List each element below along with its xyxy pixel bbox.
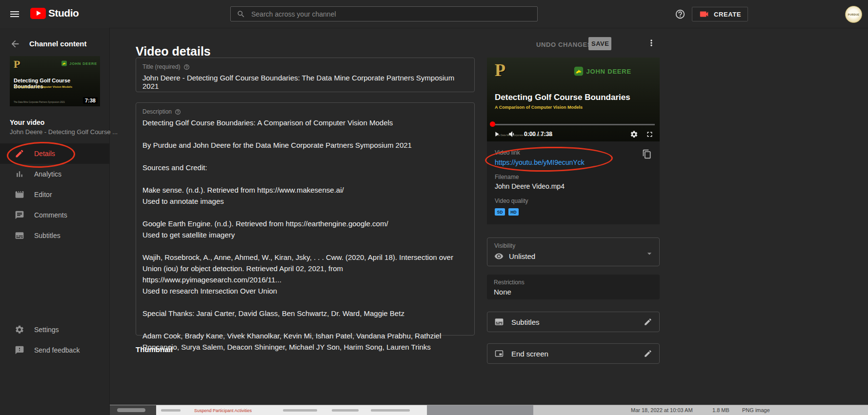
help-circle-icon[interactable] <box>183 64 190 70</box>
scrollbar-thumb <box>117 408 145 412</box>
gray-segment <box>427 405 533 415</box>
gear-icon <box>15 325 24 335</box>
sidebar-item-label: Subtitles <box>34 232 61 239</box>
help-icon[interactable] <box>675 9 686 20</box>
page-title: Video details <box>136 44 211 59</box>
play-icon[interactable] <box>493 130 501 138</box>
topbar: Studio CREATE PURDUE <box>0 0 868 28</box>
edit-pencil-icon[interactable] <box>644 349 652 358</box>
restrictions-card[interactable]: Restrictions None <box>487 275 660 299</box>
smudge <box>161 409 181 412</box>
avatar[interactable]: PURDUE <box>845 6 862 23</box>
smudge <box>283 409 317 412</box>
hd-badge: HD <box>508 208 519 216</box>
deere-wordmark: JOHN DEERE <box>69 61 97 66</box>
chevron-down-icon[interactable] <box>645 249 654 258</box>
quality-label: Video quality <box>495 198 652 204</box>
video-link[interactable]: https://youtu.be/yMI9ecunYck <box>495 158 652 166</box>
sidebar-item-subtitles[interactable]: Subtitles <box>0 225 109 246</box>
visibility-dropdown[interactable]: Visibility Unlisted <box>487 237 660 266</box>
youtube-play-icon <box>30 8 46 19</box>
title-field[interactable]: Title (required) John Deere - Detecting … <box>136 58 475 92</box>
subtitles-icon <box>494 317 504 327</box>
volume-icon[interactable] <box>508 130 517 138</box>
file-date-text: Mar 18, 2022 at 10:03 AM <box>631 407 693 413</box>
video-preview-card: P JOHN DEERE Detecting Golf Course Bound… <box>487 58 660 224</box>
channel-search[interactable] <box>230 6 538 21</box>
sidebar-item-label: Comments <box>34 211 67 219</box>
kebab-menu-icon[interactable] <box>646 38 656 48</box>
player-controls: 0:00 / 7:38 <box>487 127 660 141</box>
end-screen-card-label: End screen <box>511 350 644 358</box>
save-button[interactable]: SAVE <box>588 37 611 50</box>
video-info-panel: Video link https://youtu.be/yMI9ecunYck … <box>487 141 660 224</box>
purdue-logo: P <box>495 61 505 79</box>
undo-changes-button[interactable]: UNDO CHANGES <box>533 40 595 49</box>
player-settings-icon[interactable] <box>630 130 638 138</box>
channel-content-label[interactable]: Channel content <box>29 40 87 48</box>
subtitles-card[interactable]: Subtitles <box>487 312 660 332</box>
menu-icon[interactable] <box>9 8 20 20</box>
file-type-text: PNG image <box>742 407 770 413</box>
restrictions-label: Restrictions <box>494 279 653 286</box>
sidebar-item-send-feedback[interactable]: Send feedback <box>0 340 109 360</box>
filename-value: John Deere Video.mp4 <box>495 182 652 190</box>
smudge <box>371 409 410 412</box>
subtitles-card-label: Subtitles <box>511 318 644 326</box>
subtitles-icon <box>15 231 24 240</box>
your-video-label: Your video <box>10 119 44 126</box>
search-icon <box>237 10 245 19</box>
quality-badges: SD HD <box>495 208 652 216</box>
bottom-overlay-strip: Suspend Participant Activities Mar 18, 2… <box>110 405 868 415</box>
bar-chart-icon <box>15 169 24 179</box>
duration-badge: 7:38 <box>83 97 98 104</box>
sidebar: Channel content P JOHN DEERE Detecting G… <box>0 28 110 415</box>
video-player[interactable]: P JOHN DEERE Detecting Golf Course Bound… <box>487 58 660 141</box>
sidebar-item-comments[interactable]: Comments <box>0 205 109 225</box>
sidebar-item-settings[interactable]: Settings <box>0 319 109 340</box>
sidebar-footer: Settings Send feedback <box>0 319 109 360</box>
create-button[interactable]: CREATE <box>692 7 748 21</box>
video-link-label: Video link <box>495 149 652 156</box>
sidebar-item-editor[interactable]: Editor <box>0 184 109 205</box>
sidebar-item-label: Send feedback <box>34 346 80 354</box>
copy-icon[interactable] <box>642 149 652 159</box>
youtube-studio-app: Studio CREATE PURDUE Channel content P <box>0 0 868 415</box>
deere-deer-icon <box>61 60 67 66</box>
time-display: 0:00 / 7:38 <box>524 131 552 138</box>
file-size-text: 1.8 MB <box>712 407 729 413</box>
edit-pencil-icon[interactable] <box>644 317 652 326</box>
title-field-value[interactable]: John Deere - Detecting Golf Course Bound… <box>142 74 468 90</box>
back-arrow-icon[interactable] <box>10 39 20 49</box>
player-art-title: Detecting Golf Course Boundaries <box>495 93 630 102</box>
title-field-label: Title (required) <box>142 63 181 70</box>
thumb-subtitle: A Comparison of Computer Vision Models <box>14 85 72 88</box>
description-field[interactable]: Description Detecting Golf Course Bounda… <box>136 102 475 336</box>
john-deere-logo: JOHN DEERE <box>573 66 631 76</box>
description-field-label: Description <box>142 108 172 115</box>
progress-bar[interactable] <box>492 124 655 125</box>
end-screen-card[interactable]: End screen <box>487 343 660 364</box>
pencil-icon <box>15 149 24 158</box>
create-label: CREATE <box>714 11 741 18</box>
purdue-logo: P <box>14 59 20 70</box>
search-input[interactable] <box>250 10 537 19</box>
fullscreen-icon[interactable] <box>646 130 654 138</box>
feedback-icon <box>15 345 24 355</box>
background-window-red-text: Suspend Participant Activities <box>194 408 252 413</box>
background-window-strip: Suspend Participant Activities <box>156 405 427 415</box>
playhead[interactable] <box>490 121 495 127</box>
sidebar-item-label: Analytics <box>34 170 61 178</box>
youtube-studio-logo[interactable]: Studio <box>30 7 79 19</box>
thumb-footer: The Data Mine Corporate Partners Symposi… <box>14 101 65 103</box>
sidebar-item-label: Details <box>34 150 55 158</box>
help-circle-icon[interactable] <box>175 109 181 115</box>
end-screen-icon <box>494 349 504 358</box>
comment-icon <box>15 210 24 220</box>
avatar-text: PURDUE <box>848 13 860 16</box>
description-field-value[interactable]: Detecting Golf Course Boundaries: A Comp… <box>142 117 468 353</box>
video-thumbnail: P JOHN DEERE Detecting Golf Course Bound… <box>10 56 100 106</box>
sidebar-item-details[interactable]: Details <box>0 143 109 164</box>
sidebar-item-analytics[interactable]: Analytics <box>0 164 109 184</box>
sidebar-item-label: Settings <box>34 326 59 334</box>
